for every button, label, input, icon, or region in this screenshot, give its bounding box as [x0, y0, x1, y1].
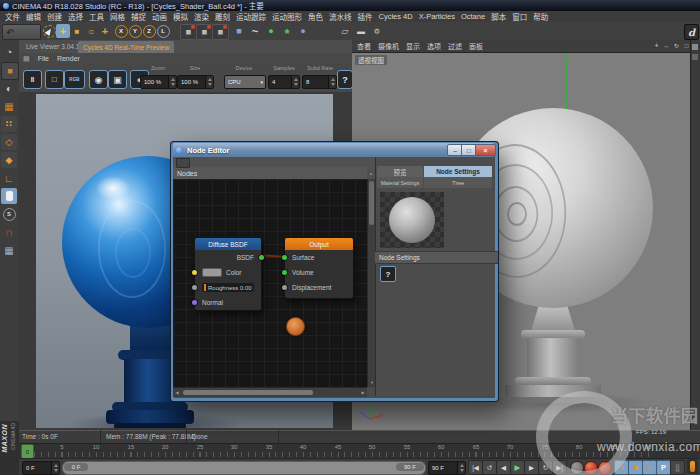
add-floor-button[interactable]: ▱ — [338, 24, 352, 38]
roughness-input-port[interactable] — [192, 285, 197, 290]
add-light-button[interactable]: ○ — [370, 24, 384, 38]
display-mode-button[interactable]: □ — [45, 70, 64, 89]
output-node-header[interactable]: Output — [285, 238, 353, 250]
menubar-item[interactable]: 创建 — [47, 11, 62, 22]
points-mode-button[interactable]: ∷ — [1, 116, 17, 132]
diffuse-node-header[interactable]: Diffuse BSDF — [195, 238, 261, 250]
scroll-left-button[interactable]: ◀ — [173, 388, 181, 397]
tab-material-settings[interactable]: Material Settings — [377, 177, 423, 188]
vscroll-thumb[interactable] — [369, 181, 374, 225]
prev-key-button[interactable]: ↺ — [482, 460, 497, 475]
menubar-item[interactable]: 模拟 — [173, 11, 188, 22]
key-rotation-toggle[interactable]: ○ — [642, 460, 657, 475]
live-selection-tool[interactable] — [42, 24, 56, 38]
menubar-item[interactable]: 网格 — [110, 11, 125, 22]
menubar-item[interactable]: 流水线 — [329, 11, 352, 22]
edges-mode-button[interactable]: ◇ — [1, 134, 17, 150]
add-deformer-button[interactable]: ● — [296, 24, 310, 38]
menubar-item[interactable]: 选择 — [68, 11, 83, 22]
zoom-field[interactable]: 100 % — [140, 75, 177, 89]
samples-stepper[interactable] — [291, 76, 299, 88]
menubar-item[interactable]: Octane — [461, 12, 485, 21]
menubar-item[interactable]: Cycles 4D — [379, 12, 413, 21]
axis-z-lock-button[interactable]: Z — [142, 24, 156, 38]
start-frame-field[interactable]: 0 F — [22, 461, 60, 475]
move-tool[interactable]: + — [56, 24, 70, 38]
workplane-mode-button[interactable]: ▦ — [1, 98, 17, 114]
object-axis-mode-button[interactable]: ∟ — [1, 170, 17, 186]
play-button[interactable]: ▶ — [510, 460, 525, 475]
menubar-item[interactable]: 插件 — [358, 11, 373, 22]
key-parameter-toggle[interactable]: P — [656, 460, 671, 475]
collapsed-panel-icon[interactable] — [692, 54, 698, 60]
next-frame-button[interactable]: ▶ — [524, 460, 539, 475]
polygons-mode-button[interactable]: ◆ — [1, 152, 17, 168]
end-frame-field[interactable]: 90 F — [428, 461, 466, 475]
snapshot-button[interactable]: ◉ — [89, 70, 108, 89]
viewport-zoom-icon[interactable]: ↔ — [662, 41, 671, 50]
node-help-button[interactable]: ? — [380, 266, 396, 282]
lv-menu-file[interactable]: File — [38, 55, 49, 62]
subd-stepper[interactable] — [328, 76, 336, 88]
coordinate-system-button[interactable]: L — [156, 24, 170, 38]
axis-y-lock-button[interactable]: Y — [128, 24, 142, 38]
key-pla-toggle[interactable]: ⣿ — [670, 460, 685, 475]
viewport-solo-button[interactable] — [1, 188, 17, 204]
menubar-item[interactable]: 角色 — [308, 11, 323, 22]
menubar-item[interactable]: 窗口 — [512, 11, 527, 22]
output-node[interactable]: Output Surface Volume Displacement — [284, 237, 354, 299]
menubar-item[interactable]: 渲染 — [194, 11, 209, 22]
menubar-item[interactable]: 文件 — [5, 11, 20, 22]
magnet-snap-button[interactable]: ∩ — [1, 224, 17, 240]
samples-field[interactable]: 4 — [268, 75, 300, 89]
render-view-button[interactable]: ◼ — [180, 24, 197, 40]
preview-range-slider[interactable]: 0 F 90 F — [62, 461, 426, 475]
viewport-rotate-icon[interactable]: ↻ — [672, 41, 681, 50]
add-camera-button[interactable]: ▬ — [354, 24, 368, 38]
menubar-item[interactable]: 工具 — [89, 11, 104, 22]
snap-button[interactable]: S — [1, 206, 17, 222]
color-swatch[interactable] — [202, 268, 222, 277]
menubar-item[interactable]: 雕刻 — [215, 11, 230, 22]
close-button[interactable]: × — [475, 144, 496, 156]
volume-input-port[interactable] — [282, 270, 287, 275]
axis-x-lock-button[interactable]: X — [114, 24, 128, 38]
prev-frame-button[interactable]: ◀ — [496, 460, 511, 475]
end-frame-stepper[interactable] — [457, 462, 465, 474]
hscroll-thumb[interactable] — [183, 390, 313, 395]
canvas-hscrollbar[interactable]: ◀ ▶ — [173, 387, 367, 397]
range-start-handle[interactable]: 0 F — [64, 463, 88, 471]
node-editor-titlebar[interactable]: Node Editor — [173, 143, 494, 157]
make-editable-button[interactable]: ◔ — [1, 44, 17, 60]
viewport-menu-item[interactable]: 显示 — [406, 41, 420, 51]
save-image-button[interactable]: ▣ — [108, 70, 127, 89]
undo-button[interactable]: ↶ — [2, 24, 41, 40]
interface-button[interactable]: d — [684, 24, 699, 40]
help-button[interactable]: ? — [337, 70, 353, 89]
render-picture-viewer-button[interactable]: ◼ — [196, 24, 213, 40]
normal-input-port[interactable] — [192, 300, 197, 305]
add-generator-button[interactable]: ● — [264, 24, 278, 38]
bsdf-output-port[interactable] — [259, 255, 264, 260]
roughness-field[interactable]: Roughness 0.00 — [202, 283, 254, 292]
quantize-button[interactable]: ▦ — [1, 242, 17, 258]
record-button[interactable] — [570, 461, 584, 475]
viewport-menu-item[interactable]: 摄像机 — [378, 41, 399, 51]
menubar-item[interactable]: 编辑 — [26, 11, 41, 22]
solo-mode-button[interactable] — [687, 459, 698, 474]
scroll-right-button[interactable]: ▶ — [359, 388, 367, 397]
tab-node-settings[interactable]: Node Settings — [424, 166, 492, 177]
menubar-item[interactable]: 脚本 — [491, 11, 506, 22]
menubar-item[interactable]: 动画 — [152, 11, 167, 22]
menubar-item[interactable]: 捕捉 — [131, 11, 146, 22]
key-scale-toggle[interactable]: ■ — [628, 460, 643, 475]
size-field[interactable]: 100 % — [177, 75, 214, 89]
displacement-input-port[interactable] — [282, 285, 287, 290]
tab-preview[interactable]: 预览 — [377, 166, 423, 177]
pause-button[interactable]: ‖ — [23, 70, 42, 89]
node-canvas[interactable]: Diffuse BSDF BSDF Color Roughness 0.00 N… — [173, 179, 367, 387]
key-position-toggle[interactable]: + — [614, 460, 629, 475]
color-input-port[interactable] — [192, 270, 197, 275]
range-end-handle[interactable]: 90 F — [396, 463, 424, 471]
render-settings-button[interactable]: ◼ — [212, 24, 229, 40]
